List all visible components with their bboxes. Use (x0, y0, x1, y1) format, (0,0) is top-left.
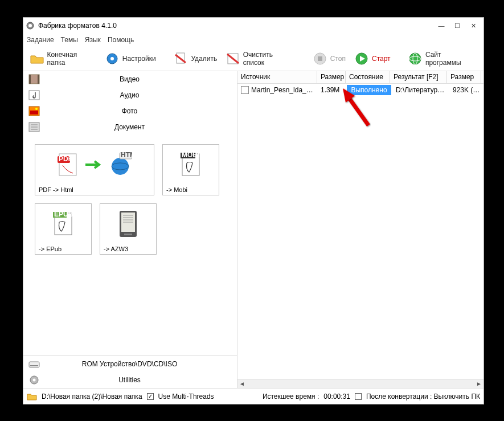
clear-list-button[interactable]: Очистить список (222, 48, 298, 69)
folder-icon (27, 393, 37, 400)
after-conv-checkbox[interactable] (355, 393, 362, 400)
toolbar: Конечная папка Настройки Удалить Очистит… (23, 46, 483, 71)
elapsed-label: Истекшее время : (263, 393, 319, 400)
menu-task[interactable]: Задание (27, 36, 54, 44)
html-icon: HTML (108, 152, 132, 178)
cell-result: D:\Литература\... (392, 86, 449, 94)
kindle-icon (117, 210, 139, 238)
col-result[interactable]: Результат [F2] (390, 71, 447, 83)
stop-icon (312, 51, 328, 67)
app-window: Фабрика форматов 4.1.0 — ☐ ✕ Задание Тем… (23, 17, 484, 404)
globe-icon (407, 51, 423, 67)
tile-azw3[interactable]: -> AZW3 (100, 203, 157, 255)
file-icon (241, 86, 249, 94)
category-video[interactable]: Видео (23, 71, 237, 87)
title-bar: Фабрика форматов 4.1.0 — ☐ ✕ (23, 18, 483, 34)
col-size[interactable]: Размер (317, 71, 346, 83)
horizontal-scrollbar[interactable]: ◄ ► (237, 379, 483, 388)
delete-icon (173, 51, 189, 67)
scroll-left-icon[interactable]: ◄ (237, 381, 247, 387)
svg-point-12 (409, 53, 421, 64)
audio-icon (27, 89, 42, 101)
delete-button[interactable]: Удалить (169, 48, 220, 69)
multithreads-label: Use Multi-Threads (158, 393, 214, 400)
svg-rect-47 (30, 365, 38, 366)
cell-size2: 923K (64 (449, 86, 483, 94)
after-conv-label: После конвертации : Выключить ПК (366, 393, 480, 400)
stop-button[interactable]: Стоп (309, 48, 349, 69)
svg-text:MOBI: MOBI (182, 152, 199, 159)
epub-icon: EPUB (51, 211, 75, 237)
svg-rect-17 (38, 75, 39, 84)
tile-pdf-html[interactable]: PDF HTML PDF -> Html (35, 144, 154, 195)
svg-text:HTML: HTML (121, 152, 132, 159)
menu-themes[interactable]: Темы (61, 36, 78, 44)
start-button[interactable]: Старт (350, 48, 394, 69)
category-rom[interactable]: ROM Устройство\DVD\CD\ISO (23, 356, 237, 372)
left-pane: Видео Аудио Фото Документ P (23, 71, 237, 388)
list-row[interactable]: Martin_Pesn_lda_i_pl... 1.39M Выполнено … (237, 84, 483, 96)
status-bar: D:\Новая папка (2)\Новая папка ✓ Use Mul… (23, 388, 483, 404)
app-icon (26, 21, 35, 30)
cell-size: 1.39M (317, 86, 346, 94)
category-audio[interactable]: Аудио (23, 87, 237, 103)
svg-text:EPUB: EPUB (54, 211, 73, 218)
document-icon (27, 121, 42, 133)
site-button[interactable]: Сайт программы (404, 48, 481, 69)
gear-icon (104, 51, 120, 67)
tile-mobi[interactable]: MOBI -> Mobi (162, 144, 219, 195)
col-size2[interactable]: Размер (447, 71, 481, 83)
photo-icon (27, 105, 42, 117)
col-state[interactable]: Состояние (346, 71, 390, 83)
category-photo[interactable]: Фото (23, 103, 237, 119)
final-folder-button[interactable]: Конечная папка (26, 48, 100, 69)
category-list: Видео Аудио Фото Документ (23, 71, 237, 135)
svg-text:PDF: PDF (59, 155, 72, 163)
maximize-button[interactable]: ☐ (449, 20, 465, 31)
mobi-icon: MOBI (179, 152, 203, 178)
category-utilities[interactable]: Utilities (23, 372, 237, 388)
svg-point-29 (112, 158, 129, 175)
scroll-right-icon[interactable]: ► (474, 381, 483, 387)
main-body: Видео Аудио Фото Документ P (23, 71, 483, 388)
menu-help[interactable]: Помощь (108, 36, 134, 44)
svg-rect-46 (29, 362, 39, 367)
arrow-icon (84, 159, 105, 170)
pdf-icon: PDF (57, 152, 81, 178)
clear-list-icon (225, 51, 241, 67)
svg-point-3 (110, 57, 114, 60)
tiles-area: PDF HTML PDF -> Html MOBI -> Mobi EPUB (23, 135, 237, 355)
svg-point-49 (33, 379, 36, 382)
settings-button[interactable]: Настройки (101, 48, 159, 69)
svg-point-1 (28, 24, 32, 27)
close-button[interactable]: ✕ (465, 20, 481, 31)
category-document[interactable]: Документ (23, 119, 237, 135)
video-icon (27, 73, 42, 85)
svg-rect-45 (124, 234, 132, 235)
minimize-button[interactable]: — (433, 20, 449, 31)
cell-source: Martin_Pesn_lda_i_pl... (237, 86, 317, 95)
svg-rect-16 (29, 75, 31, 84)
drive-icon (27, 358, 42, 370)
multithreads-checkbox[interactable]: ✓ (147, 393, 154, 400)
list-header: Источник Размер Состояние Результат [F2]… (237, 71, 483, 84)
output-path[interactable]: D:\Новая папка (2)\Новая папка (42, 393, 142, 400)
bottom-categories: ROM Устройство\DVD\CD\ISO Utilities (23, 355, 237, 388)
svg-rect-9 (318, 56, 322, 61)
svg-point-21 (35, 108, 38, 110)
cell-state: Выполнено (347, 85, 391, 95)
elapsed-time: 00:00:31 (323, 393, 350, 400)
start-icon (354, 51, 370, 67)
col-source[interactable]: Источник (237, 71, 317, 83)
folder-icon (29, 51, 45, 67)
svg-rect-20 (30, 111, 38, 115)
window-title: Фабрика форматов 4.1.0 (38, 22, 433, 30)
menu-bar: Задание Темы Язык Помощь (23, 34, 483, 46)
right-pane: Источник Размер Состояние Результат [F2]… (237, 71, 483, 388)
gear-icon (27, 374, 42, 386)
tile-epub[interactable]: EPUB -> EPub (35, 203, 92, 255)
menu-lang[interactable]: Язык (85, 36, 101, 44)
